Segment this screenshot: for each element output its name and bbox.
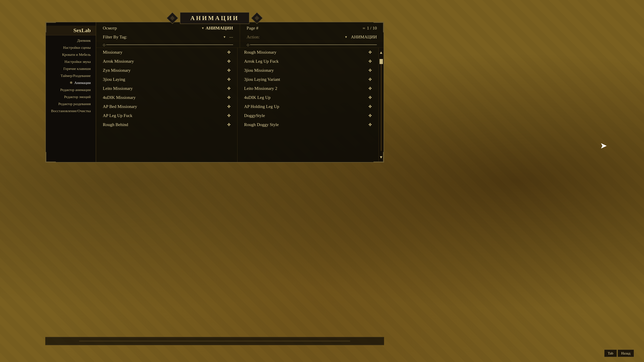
sidebar-item-taymer[interactable]: Таймер/Раздевание (46, 72, 96, 79)
sidebar-item-redaktor-emocij[interactable]: Редактор эмоций (46, 93, 96, 100)
hotkey-bar: Tab Назад (604, 350, 634, 357)
right-animation-list: Rough Missionary ✤ Arrok Leg Up Fuck ✤ 3… (238, 48, 379, 162)
sidebar-item-krovati[interactable]: Кровати и Мебель (46, 51, 96, 58)
sidebar-item-nastroyki-sceny[interactable]: Настройки сцены (46, 44, 96, 51)
arrow-down-icon-left: ▼ (201, 26, 204, 30)
list-item-4udik-missionary[interactable]: 4uDIK Missionary ✤ (96, 93, 237, 102)
title-diamond-right (251, 12, 263, 24)
list-item-arrok-missionary[interactable]: Arrok Missionary ✤ (96, 57, 237, 66)
sidebar-item-goryachie[interactable]: Горячие клавиши (46, 65, 96, 72)
list-item-leito-missionary[interactable]: Leito Missionary ✤ (96, 84, 237, 93)
list-item-zyn-missionary[interactable]: Zyn Missionary ✤ (96, 66, 237, 75)
sidebar-item-redaktor-animacii[interactable]: Редактор анимации (46, 86, 96, 93)
dialog-window: АНИМАЦИИ SexLab Дневник Настройки сцены … (45, 22, 384, 163)
bottom-bar-inner (79, 341, 350, 341)
item-icon-2: ✤ (227, 68, 230, 73)
window-title: АНИМАЦИИ (190, 15, 239, 21)
list-item-ap-leg-up[interactable]: AP Leg Up Fuck ✤ (96, 111, 237, 120)
list-item-4udik-leg-up[interactable]: 4uDIK Leg Up ✤ (238, 93, 379, 102)
page-label: Page # (247, 26, 258, 31)
animations-label-left: ▼ АНИМАЦИИ (201, 26, 233, 31)
list-item-rough-missionary[interactable]: Rough Missionary ✤ (238, 48, 379, 57)
left-slider-row: ◇ (96, 41, 240, 48)
sidebar: SexLab Дневник Настройки сцены Кровати и… (46, 22, 96, 162)
right-slider-track[interactable] (250, 44, 377, 45)
filter-value: --- (230, 35, 233, 39)
right-item-icon-4: ✤ (368, 86, 372, 91)
bottom-bar (45, 337, 384, 345)
right-item-icon-5: ✤ (368, 95, 372, 100)
corner-decoration-tr (374, 22, 384, 32)
item-icon-0: ✤ (227, 50, 230, 55)
left-slider-track[interactable] (106, 44, 233, 45)
content-area: SexLab Дневник Настройки сцены Кровати и… (46, 22, 384, 162)
left-animation-list: Missionary ✤ Arrok Missionary ✤ Zyn Miss… (96, 48, 238, 162)
scroll-up-button[interactable]: ▲ (379, 48, 383, 57)
corner-decoration-tl (46, 22, 56, 32)
right-item-icon-8: ✤ (368, 122, 372, 127)
right-item-icon-0: ✤ (368, 50, 372, 55)
filter-arrow-icon: ▼ (223, 35, 226, 39)
item-icon-3: ✤ (227, 77, 230, 82)
sidebar-item-nastroyki-zvuka[interactable]: Настройки звука (46, 58, 96, 65)
title-box: АНИМАЦИИ (180, 12, 250, 24)
list-item-rough-behind[interactable]: Rough Behind ✤ (96, 120, 237, 129)
osmotr-label: Осмотр (103, 26, 117, 31)
filter-by-tag-label: Filter By Tag: (103, 34, 127, 39)
title-diamond-inner-right (254, 16, 259, 20)
list-item-3jiou-laying-variant[interactable]: 3jiou Laying Variant ✤ (238, 75, 379, 84)
right-slider-row: ◇ (240, 41, 384, 48)
item-icon-5: ✤ (227, 95, 230, 100)
list-item-missionary[interactable]: Missionary ✤ (96, 48, 237, 57)
item-icon-7: ✤ (227, 113, 230, 118)
sidebar-item-redaktor-razdevaniya[interactable]: Редактор раздевания (46, 100, 96, 107)
corner-decoration-br (374, 152, 384, 162)
right-item-icon-7: ✤ (368, 113, 372, 118)
item-icon-8: ✤ (227, 122, 230, 127)
animation-icon: ❄ (70, 81, 72, 85)
right-item-icon-1: ✤ (368, 59, 372, 64)
infinity-icon: ∞ (362, 26, 365, 30)
list-item-rough-doggy-style[interactable]: Rough Doggy Style ✤ (238, 120, 379, 129)
right-item-icon-3: ✤ (368, 77, 372, 82)
tab-button[interactable]: Tab (604, 350, 617, 357)
left-slider-thumb-icon: ◇ (103, 43, 105, 47)
list-item-3jiou-laying[interactable]: 3jiou Laying ✤ (96, 75, 237, 84)
list-item-ap-bed-missionary[interactable]: AP Bed Missionary ✤ (96, 102, 237, 111)
right-slider-thumb-icon: ◇ (247, 43, 249, 47)
list-item-3jiou-missionary[interactable]: 3jiou Missionary ✤ (238, 66, 379, 75)
right-panel-header: Page # ∞ 1 / 10 (240, 22, 384, 33)
list-item-doggystyle[interactable]: DoggyStyle ✤ (238, 111, 379, 120)
animations-text-left: АНИМАЦИИ (206, 26, 233, 31)
list-item-leito-missionary-2[interactable]: Leito Missionary 2 ✤ (238, 84, 379, 93)
title-diamond-inner-left (170, 16, 175, 20)
item-icon-4: ✤ (227, 86, 230, 91)
sidebar-item-vosstanovlenie[interactable]: Восстановление/Очистка (46, 107, 96, 114)
action-label: Action: (247, 34, 260, 39)
action-value: АНИМАЦИИ (351, 34, 377, 39)
action-arrow-icon: ▼ (345, 35, 348, 39)
scroll-track (381, 59, 382, 151)
right-item-icon-2: ✤ (368, 68, 372, 73)
corner-decoration-bl (46, 152, 56, 162)
scrollbar[interactable]: ▲ ▼ (378, 48, 384, 162)
item-icon-6: ✤ (227, 104, 230, 109)
item-icon-1: ✤ (227, 59, 230, 64)
sidebar-item-animacii[interactable]: ❄ Анимации (46, 79, 96, 86)
right-item-icon-6: ✤ (368, 104, 372, 109)
title-diamond-left (166, 12, 178, 24)
list-item-arrok-leg-up[interactable]: Arrok Leg Up Fuck ✤ (238, 57, 379, 66)
back-button[interactable]: Назад (618, 350, 634, 357)
title-bar: АНИМАЦИИ (168, 12, 261, 24)
list-item-ap-holding-leg-up[interactable]: AP Holding Leg Up ✤ (238, 102, 379, 111)
scroll-thumb[interactable] (380, 59, 383, 64)
sidebar-item-dnevnik[interactable]: Дневник (46, 37, 96, 44)
main-panel: Осмотр ▼ АНИМАЦИИ Filter By Tag: ▼ --- (96, 22, 384, 162)
